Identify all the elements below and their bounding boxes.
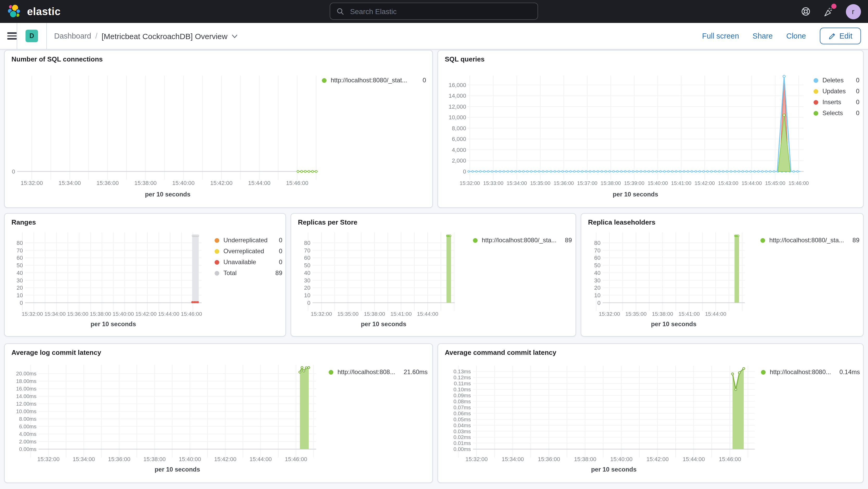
global-search[interactable] [330,3,538,20]
divider [46,23,47,49]
chart-legend: http://localhost:808...21.60ms [329,368,428,376]
legend-item[interactable]: http://localhost:808...21.60ms [329,368,428,376]
elastic-logo-icon [7,4,22,19]
chart-canvas[interactable]: 0.00ms0.01ms0.02ms0.03ms0.04ms0.05ms0.06… [442,359,776,479]
breadcrumb: Dashboard / [Metricbeat CockroachDB] Ove… [54,32,238,40]
svg-text:15:39:00: 15:39:00 [624,180,644,186]
svg-text:15:44:00: 15:44:00 [417,311,438,317]
newsfeed-button[interactable] [823,6,834,17]
svg-text:15:40:00: 15:40:00 [113,311,134,317]
chart-legend: http://localhost:8080/_sta...89 [473,237,572,244]
svg-text:15:36:00: 15:36:00 [108,456,130,462]
svg-text:15:44:00: 15:44:00 [705,311,726,317]
svg-text:20: 20 [17,284,23,291]
elastic-logo[interactable]: elastic [7,4,61,19]
legend-swatch-icon [329,370,333,374]
svg-text:0.11ms: 0.11ms [454,380,471,386]
legend-item[interactable]: Unavailable0 [215,258,282,266]
avatar-initial: r [852,7,854,16]
svg-text:0: 0 [20,300,23,306]
svg-text:0: 0 [12,168,15,175]
svg-text:10.00ms: 10.00ms [16,408,36,414]
svg-text:15:40:00: 15:40:00 [648,180,668,186]
legend-item[interactable]: Total89 [215,269,282,277]
chart-canvas[interactable]: 0102030405060708015:32:0015:34:0015:36:0… [9,228,217,333]
svg-text:50: 50 [304,262,310,269]
dashboard-title-menu[interactable]: [Metricbeat CockroachDB] Overview [101,32,238,40]
menu-button[interactable] [7,32,17,40]
svg-text:0.12ms: 0.12ms [454,375,471,380]
chart-canvas[interactable]: 0102030405060708015:32:0015:35:0015:38:0… [295,228,470,333]
svg-text:15:35:00: 15:35:00 [337,311,359,317]
svg-text:15:32:00: 15:32:00 [460,180,480,186]
svg-text:0.08ms: 0.08ms [454,399,471,404]
legend-item[interactable]: http://localhost:8080/_stat...0 [322,77,426,84]
panel-title: Ranges [5,214,285,226]
legend-item[interactable]: Updates0 [813,88,859,95]
svg-text:20: 20 [304,284,310,291]
svg-text:15:37:00: 15:37:00 [577,180,597,186]
dashboard-badge[interactable]: D [26,30,38,42]
svg-text:0: 0 [307,300,310,306]
life-buoy-icon [800,6,811,17]
legend-swatch-icon [215,238,219,243]
svg-text:40: 40 [594,270,600,276]
svg-text:14.00ms: 14.00ms [16,393,36,399]
svg-text:60: 60 [17,254,23,261]
legend-item[interactable]: http://localhost:8080...0.14ms [761,368,860,376]
toolbar-actions: Full screen Share Clone Edit [702,28,861,44]
svg-text:15:42:00: 15:42:00 [646,456,669,462]
svg-text:0: 0 [597,300,600,306]
legend-value: 89 [852,237,859,244]
chart-canvas[interactable]: 02,0004,0006,0008,00010,00012,00014,0001… [442,65,810,206]
legend-value: 0 [423,77,426,84]
svg-text:15:38:00: 15:38:00 [134,180,157,186]
full-screen-link[interactable]: Full screen [702,32,739,40]
clone-link[interactable]: Clone [786,32,806,40]
chart-canvas[interactable]: 0.00ms2.00ms4.00ms6.00ms8.00ms10.00ms12.… [9,359,326,479]
svg-text:30: 30 [304,277,310,284]
svg-text:15:36:00: 15:36:00 [554,180,574,186]
svg-text:per 10 seconds: per 10 seconds [145,191,191,198]
legend-label: Unavailable [223,258,275,266]
svg-text:0.00ms: 0.00ms [454,446,471,452]
edit-button[interactable]: Edit [819,28,861,44]
svg-text:per 10 seconds: per 10 seconds [91,320,136,328]
svg-text:8,000: 8,000 [452,125,466,131]
svg-text:15:46:00: 15:46:00 [286,180,308,186]
svg-text:15:43:00: 15:43:00 [718,180,738,186]
legend-value: 0 [279,237,282,244]
help-button[interactable] [800,6,811,17]
legend-item[interactable]: Selects0 [813,110,859,117]
share-link[interactable]: Share [753,32,773,40]
svg-text:0.06ms: 0.06ms [454,410,471,416]
legend-item[interactable]: http://localhost:8080/_sta...89 [761,237,859,244]
legend-item[interactable]: Underreplicated0 [215,237,282,244]
panel-replica-leaseholders: Replica leaseholders 0102030405060708015… [581,213,864,337]
chart-canvas[interactable]: 015:32:0015:34:0015:36:0015:38:0015:40:0… [9,65,326,206]
svg-text:15:35:00: 15:35:00 [530,180,551,186]
svg-text:6.00ms: 6.00ms [19,424,36,429]
user-avatar[interactable]: r [846,4,861,19]
svg-text:per 10 seconds: per 10 seconds [651,320,696,328]
legend-swatch-icon [813,89,818,94]
svg-text:0.03ms: 0.03ms [454,429,471,434]
legend-item[interactable]: Inserts0 [813,98,859,106]
chart-canvas[interactable]: 0102030405060708015:32:0015:35:0015:38:0… [585,228,760,333]
legend-label: Selects [823,110,852,117]
search-input[interactable] [349,6,531,16]
panel-average-log-commit-latency: Average log commit latency 0.00ms2.00ms4… [4,343,433,483]
panel-title: Replica leaseholders [581,214,863,226]
svg-text:15:42:00: 15:42:00 [214,456,237,462]
legend-item[interactable]: Overreplicated0 [215,247,282,255]
panel-title: Average command commit latency [438,344,863,357]
legend-value: 0.14ms [839,368,860,376]
legend-item[interactable]: http://localhost:8080/_sta...89 [473,237,572,244]
panel-title: Number of SQL connections [5,51,432,63]
svg-text:15:41:00: 15:41:00 [671,180,691,186]
legend-label: Underreplicated [223,237,275,244]
svg-text:15:33:00: 15:33:00 [483,180,503,186]
breadcrumb-dashboard[interactable]: Dashboard [54,32,91,40]
svg-text:70: 70 [304,247,310,254]
legend-item[interactable]: Deletes0 [813,77,859,84]
